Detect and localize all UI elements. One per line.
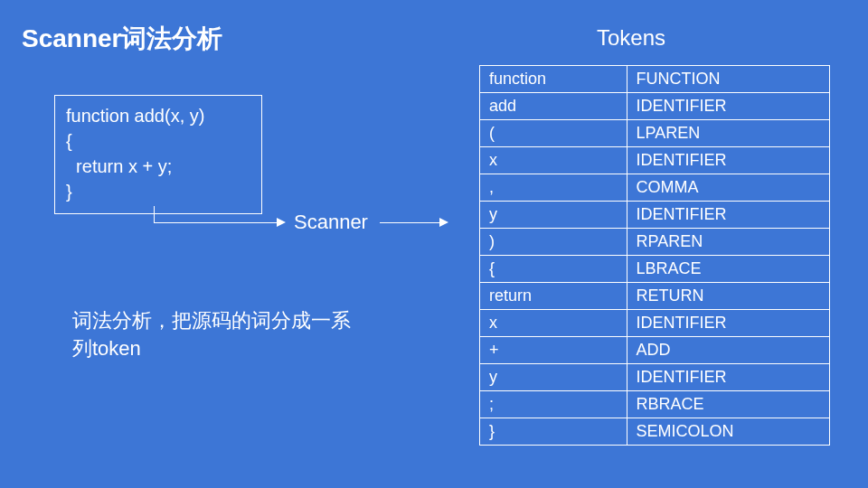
token-type-cell: IDENTIFIER bbox=[627, 202, 829, 229]
token-lexeme-cell: ( bbox=[480, 120, 627, 147]
token-lexeme-cell: return bbox=[480, 283, 627, 310]
token-lexeme-cell: x bbox=[480, 310, 627, 337]
table-row: (LPAREN bbox=[480, 120, 830, 147]
source-code-box: function add(x, y) { return x + y; } bbox=[54, 95, 262, 214]
table-row: functionFUNCTION bbox=[480, 66, 830, 93]
token-type-cell: IDENTIFIER bbox=[627, 364, 829, 391]
table-row: }SEMICOLON bbox=[480, 418, 830, 446]
tokens-heading: Tokens bbox=[597, 25, 665, 51]
token-lexeme-cell: } bbox=[480, 418, 627, 446]
table-row: ,COMMA bbox=[480, 174, 830, 202]
table-row: yIDENTIFIER bbox=[480, 364, 830, 391]
token-type-cell: IDENTIFIER bbox=[627, 310, 829, 337]
token-type-cell: ADD bbox=[627, 337, 829, 364]
token-type-cell: RPAREN bbox=[627, 229, 829, 256]
token-type-cell: LBRACE bbox=[627, 256, 829, 283]
token-lexeme-cell: ; bbox=[480, 391, 627, 418]
table-row: returnRETURN bbox=[480, 283, 830, 310]
flow-line-horizontal-2 bbox=[380, 222, 443, 223]
token-type-cell: IDENTIFIER bbox=[627, 147, 829, 174]
token-type-cell: LPAREN bbox=[627, 120, 829, 147]
scanner-label: Scanner bbox=[294, 211, 368, 234]
table-row: +ADD bbox=[480, 337, 830, 364]
arrow-right-icon bbox=[277, 218, 286, 227]
flow-line-vertical bbox=[154, 206, 155, 222]
table-row: {LBRACE bbox=[480, 256, 830, 283]
token-type-cell: FUNCTION bbox=[627, 66, 829, 93]
table-row: ;RBRACE bbox=[480, 391, 830, 418]
description-text: 词法分析，把源码的词分成一系列token bbox=[72, 307, 362, 363]
arrow-right-icon bbox=[439, 218, 448, 227]
token-lexeme-cell: { bbox=[480, 256, 627, 283]
token-type-cell: RETURN bbox=[627, 283, 829, 310]
flow-line-horizontal-1 bbox=[154, 222, 280, 223]
token-type-cell: SEMICOLON bbox=[627, 418, 829, 446]
table-row: )RPAREN bbox=[480, 229, 830, 256]
table-row: xIDENTIFIER bbox=[480, 147, 830, 174]
table-row: yIDENTIFIER bbox=[480, 202, 830, 229]
page-title: Scanner词法分析 bbox=[22, 22, 223, 56]
token-lexeme-cell: ) bbox=[480, 229, 627, 256]
token-lexeme-cell: y bbox=[480, 202, 627, 229]
token-type-cell: IDENTIFIER bbox=[627, 93, 829, 120]
token-type-cell: RBRACE bbox=[627, 391, 829, 418]
token-type-cell: COMMA bbox=[627, 174, 829, 202]
flow-diagram: Scanner bbox=[154, 206, 470, 233]
tokens-table: functionFUNCTIONaddIDENTIFIER(LPARENxIDE… bbox=[479, 65, 830, 446]
token-lexeme-cell: x bbox=[480, 147, 627, 174]
token-lexeme-cell: + bbox=[480, 337, 627, 364]
token-lexeme-cell: , bbox=[480, 174, 627, 202]
table-row: xIDENTIFIER bbox=[480, 310, 830, 337]
token-lexeme-cell: y bbox=[480, 364, 627, 391]
token-lexeme-cell: add bbox=[480, 93, 627, 120]
table-row: addIDENTIFIER bbox=[480, 93, 830, 120]
token-lexeme-cell: function bbox=[480, 66, 627, 93]
